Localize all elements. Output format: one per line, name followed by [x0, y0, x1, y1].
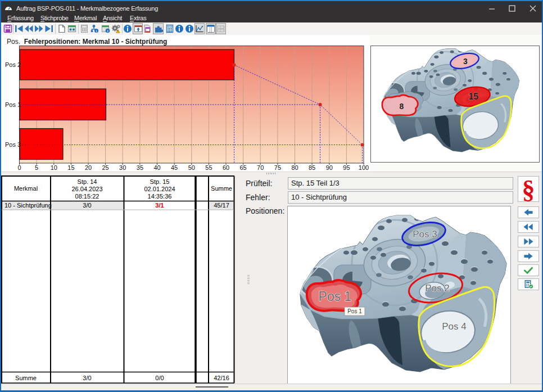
svg-text:3/0: 3/0 [83, 375, 91, 381]
svg-text:42/16: 42/16 [214, 375, 229, 381]
svg-text:45/17: 45/17 [214, 202, 229, 209]
svg-text:Pos 1: Pos 1 [5, 101, 21, 108]
svg-text:8: 8 [399, 102, 404, 111]
svg-text:60: 60 [223, 164, 229, 171]
svg-text:26.04.2023: 26.04.2023 [71, 186, 102, 192]
svg-text:70: 70 [257, 164, 264, 171]
svg-text:3: 3 [463, 57, 468, 66]
svg-text:95: 95 [343, 164, 350, 171]
svg-text:Pos 1: Pos 1 [347, 308, 362, 314]
svg-text:14:35:36: 14:35:36 [148, 193, 172, 200]
svg-text:80: 80 [291, 164, 298, 171]
svg-text:65: 65 [239, 164, 246, 171]
svg-text:Summe: Summe [211, 185, 232, 192]
svg-text:30: 30 [119, 164, 126, 171]
svg-text:15: 15 [469, 92, 479, 101]
svg-text:Stp. 14: Stp. 14 [78, 178, 97, 185]
svg-text:Pos 4: Pos 4 [442, 321, 466, 332]
svg-text:0: 0 [17, 164, 21, 171]
svg-text:3/0: 3/0 [83, 202, 91, 209]
svg-text:0/0: 0/0 [155, 375, 164, 381]
svg-text:45: 45 [171, 164, 178, 171]
svg-text:25: 25 [102, 164, 108, 171]
svg-text:Pos 3: Pos 3 [5, 141, 21, 148]
svg-text:85: 85 [309, 164, 315, 171]
svg-text:35: 35 [137, 164, 143, 171]
svg-text:10: 10 [51, 164, 57, 171]
svg-text:10 - Sichtprüfung: 10 - Sichtprüfung [4, 202, 52, 209]
svg-text:5: 5 [35, 164, 38, 171]
svg-text:40: 40 [153, 164, 160, 171]
svg-text:20: 20 [85, 164, 92, 171]
svg-text:Stp. 15: Stp. 15 [150, 178, 170, 185]
svg-text:Merkmal: Merkmal [14, 185, 38, 192]
svg-text:Pos 1: Pos 1 [319, 289, 352, 304]
svg-text:02.01.2024: 02.01.2024 [144, 186, 175, 192]
svg-text:Pos 2: Pos 2 [425, 283, 449, 294]
svg-text:90: 90 [326, 164, 333, 171]
svg-text:Pos 2: Pos 2 [5, 61, 21, 68]
svg-text:75: 75 [274, 164, 281, 171]
svg-text:100: 100 [359, 164, 369, 171]
svg-text:Pos 3: Pos 3 [413, 229, 437, 240]
svg-text:Summe: Summe [15, 375, 37, 381]
svg-text:15: 15 [67, 164, 74, 171]
svg-text:08:15:22: 08:15:22 [75, 193, 99, 200]
svg-text:3/1: 3/1 [155, 202, 164, 209]
svg-text:50: 50 [188, 164, 195, 171]
svg-text:55: 55 [205, 164, 212, 171]
